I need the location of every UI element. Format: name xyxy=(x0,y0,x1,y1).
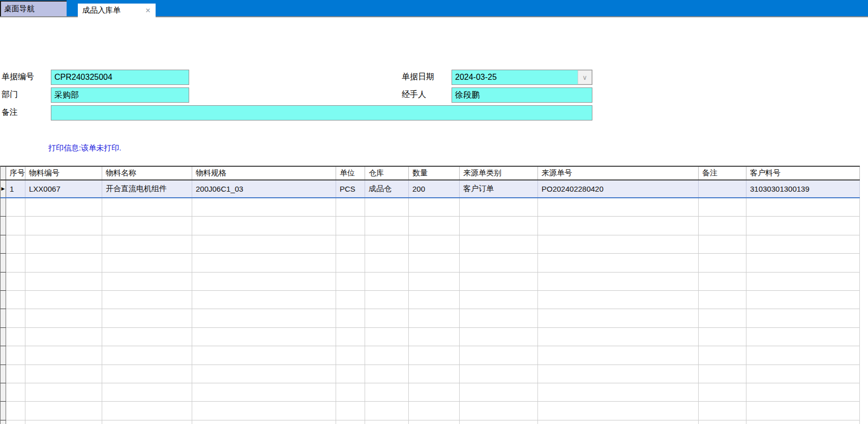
grid-cell-empty xyxy=(746,309,860,327)
grid-cell-empty xyxy=(409,217,460,235)
grid-cell[interactable]: 成品仓 xyxy=(365,180,409,197)
grid-cell-empty xyxy=(365,235,409,254)
date-dropdown-button[interactable]: ∨ xyxy=(578,70,592,84)
grid-cell-empty xyxy=(25,309,102,327)
grid-cell-empty xyxy=(699,309,746,327)
empty-row xyxy=(1,402,860,420)
row-selector-cell[interactable]: ▶ xyxy=(1,180,6,197)
table-row[interactable]: ▶1LXX0067开合直流电机组件200J06C1_03PCS成品仓200客户订… xyxy=(1,180,860,198)
grid-cell-empty xyxy=(699,328,746,346)
grid-cell-empty xyxy=(699,235,746,254)
grid-cell-empty xyxy=(538,402,699,420)
grid-cell-empty xyxy=(538,254,699,272)
grid-cell-empty xyxy=(460,217,538,235)
grid-cell[interactable]: 开合直流电机组件 xyxy=(102,180,192,197)
grid-cell-empty xyxy=(6,346,25,365)
row-selector-cell xyxy=(1,254,6,272)
header-cell[interactable]: 数量 xyxy=(409,167,460,179)
grid-cell[interactable]: 200J06C1_03 xyxy=(192,180,336,197)
doc-date-input[interactable] xyxy=(452,70,578,84)
chevron-down-icon: ∨ xyxy=(582,74,587,81)
grid-cell-empty xyxy=(746,272,860,291)
doc-date-picker[interactable]: ∨ xyxy=(452,70,592,85)
grid-cell[interactable]: 31030301300139 xyxy=(746,180,860,197)
grid-cell-empty xyxy=(460,420,538,424)
grid-cell-empty xyxy=(746,420,860,424)
remark-label: 备注 xyxy=(2,107,18,118)
grid-body: ▶1LXX0067开合直流电机组件200J06C1_03PCS成品仓200客户订… xyxy=(1,180,860,424)
header-cell[interactable]: 序号 xyxy=(6,167,25,179)
grid-cell-empty xyxy=(409,291,460,309)
tab-label: 桌面导航 xyxy=(4,4,35,14)
row-selector-cell xyxy=(1,235,6,254)
grid-cell-empty xyxy=(192,198,336,217)
grid-cell-empty xyxy=(699,198,746,217)
row-indicator-icon: ▶ xyxy=(2,187,5,191)
header-cell[interactable]: 仓库 xyxy=(365,167,409,179)
grid-cell-empty xyxy=(25,402,102,420)
grid-cell-empty xyxy=(746,402,860,420)
grid-cell-empty xyxy=(192,420,336,424)
header-cell[interactable]: 物料编号 xyxy=(25,167,102,179)
row-selector-cell xyxy=(1,420,6,424)
remark-input[interactable] xyxy=(51,105,592,120)
handler-label: 经手人 xyxy=(402,89,426,100)
tab-desktop-navigation[interactable]: 桌面导航 xyxy=(0,1,67,16)
grid-cell-empty xyxy=(409,198,460,217)
empty-row xyxy=(1,217,860,235)
grid-cell[interactable]: PCS xyxy=(336,180,365,197)
grid-cell[interactable] xyxy=(699,180,746,197)
doc-no-input[interactable] xyxy=(51,70,189,85)
grid-cell-empty xyxy=(102,402,192,420)
handler-input[interactable] xyxy=(452,87,592,103)
grid-cell[interactable]: LXX0067 xyxy=(25,180,102,197)
close-icon[interactable]: × xyxy=(145,6,151,15)
grid-cell[interactable]: PO202402280420 xyxy=(538,180,699,197)
grid-cell-empty xyxy=(538,198,699,217)
tab-finished-goods-receipt[interactable]: 成品入库单 × xyxy=(78,4,156,17)
grid-cell-empty xyxy=(102,309,192,327)
row-selector-cell xyxy=(1,272,6,291)
grid-cell-empty xyxy=(192,309,336,327)
grid-cell-empty xyxy=(25,346,102,365)
grid-cell-empty xyxy=(699,217,746,235)
grid-cell[interactable]: 客户订单 xyxy=(460,180,538,197)
grid-cell-empty xyxy=(192,328,336,346)
grid-cell-empty xyxy=(538,309,699,327)
grid-cell-empty xyxy=(102,383,192,402)
grid-cell-empty xyxy=(6,217,25,235)
header-cell[interactable]: 物料规格 xyxy=(192,167,336,179)
grid-cell-empty xyxy=(192,235,336,254)
grid-cell-empty xyxy=(365,420,409,424)
header-cell[interactable]: 物料名称 xyxy=(102,167,192,179)
grid-cell-empty xyxy=(25,272,102,291)
grid-cell-empty xyxy=(336,272,365,291)
grid-cell-empty xyxy=(699,272,746,291)
grid-cell-empty xyxy=(6,198,25,217)
grid-cell-empty xyxy=(460,235,538,254)
grid-cell-empty xyxy=(6,235,25,254)
grid-cell-empty xyxy=(365,291,409,309)
header-cell[interactable]: 客户料号 xyxy=(746,167,860,179)
grid-cell-empty xyxy=(365,328,409,346)
row-selector-cell xyxy=(1,402,6,420)
grid-cell[interactable]: 200 xyxy=(409,180,460,197)
grid-cell-empty xyxy=(746,235,860,254)
grid-cell-empty xyxy=(409,420,460,424)
header-cell[interactable]: 单位 xyxy=(336,167,365,179)
row-selector-cell xyxy=(1,346,6,365)
header-cell[interactable]: 备注 xyxy=(699,167,746,179)
doc-date-label: 单据日期 xyxy=(402,72,434,82)
grid-cell-empty xyxy=(538,346,699,365)
department-input[interactable] xyxy=(51,87,189,103)
grid-cell-empty xyxy=(538,235,699,254)
grid-cell-empty xyxy=(409,346,460,365)
grid-header-row: 序号物料编号物料名称物料规格单位仓库数量来源单类别来源单号备注客户料号 xyxy=(1,166,860,180)
row-selector-cell xyxy=(1,198,6,217)
row-selector-cell xyxy=(1,328,6,346)
grid-cell[interactable]: 1 xyxy=(6,180,25,197)
empty-row xyxy=(1,309,860,327)
header-cell[interactable]: 来源单类别 xyxy=(460,167,538,179)
header-cell[interactable]: 来源单号 xyxy=(538,167,699,179)
grid-cell-empty xyxy=(25,383,102,402)
